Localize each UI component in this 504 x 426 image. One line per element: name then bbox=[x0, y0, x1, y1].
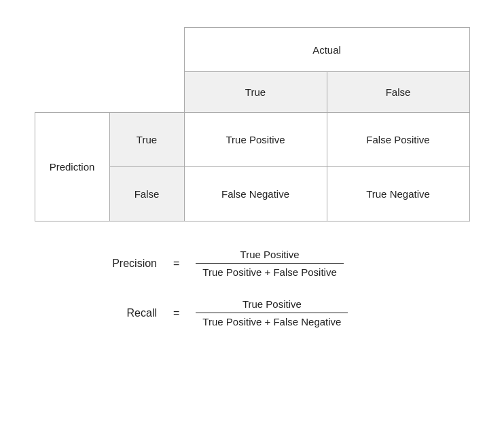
recall-label: Recall bbox=[89, 307, 157, 319]
actual-header: Actual bbox=[184, 28, 469, 72]
precision-formula: Precision = True Positive True Positive … bbox=[89, 249, 344, 278]
recall-fraction: True Positive True Positive + False Nega… bbox=[196, 298, 348, 327]
precision-denominator: True Positive + False Positive bbox=[196, 264, 343, 278]
actual-true-header: True bbox=[184, 72, 327, 113]
cell-true-positive: True Positive bbox=[184, 113, 327, 167]
cell-false-positive: False Positive bbox=[327, 113, 469, 167]
matrix-table: Actual True False Prediction True bbox=[35, 27, 470, 221]
actual-false-header: False bbox=[327, 72, 469, 113]
precision-equals: = bbox=[170, 258, 182, 270]
confusion-matrix: Actual True False Prediction True bbox=[35, 27, 470, 221]
recall-equals: = bbox=[170, 307, 182, 319]
recall-denominator: True Positive + False Negative bbox=[196, 313, 348, 327]
precision-label: Precision bbox=[89, 258, 157, 270]
recall-formula: Recall = True Positive True Positive + F… bbox=[89, 298, 348, 327]
formulas-section: Precision = True Positive True Positive … bbox=[48, 249, 456, 327]
cell-false-negative: False Negative bbox=[184, 167, 327, 221]
prediction-true-header: True bbox=[109, 113, 184, 167]
corner-empty-topmid bbox=[109, 28, 184, 113]
cell-true-negative: True Negative bbox=[327, 167, 469, 221]
recall-numerator: True Positive bbox=[196, 298, 348, 313]
precision-numerator: True Positive bbox=[196, 249, 343, 264]
precision-fraction: True Positive True Positive + False Posi… bbox=[196, 249, 343, 278]
prediction-label: Prediction bbox=[35, 113, 109, 221]
prediction-false-header: False bbox=[109, 167, 184, 221]
corner-empty-topleft bbox=[35, 28, 109, 113]
